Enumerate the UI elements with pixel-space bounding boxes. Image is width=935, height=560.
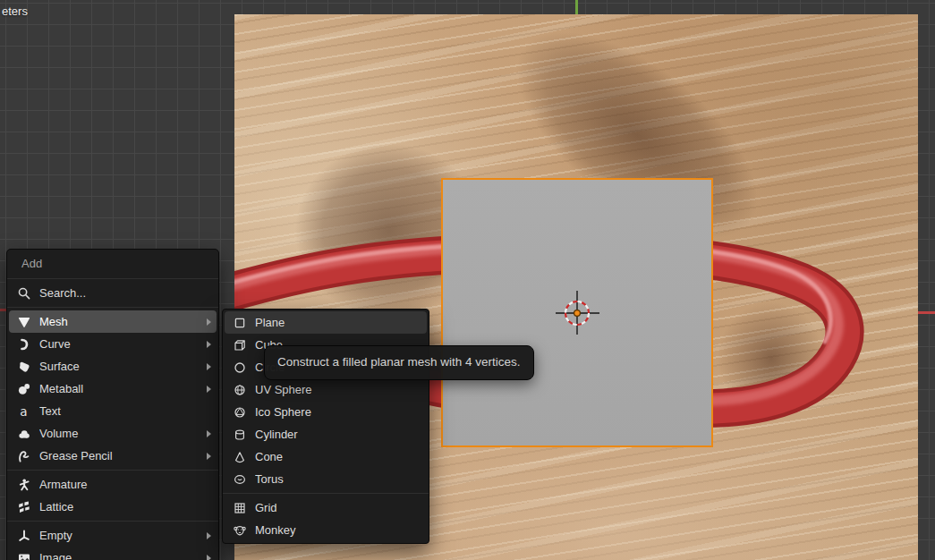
submenu-item-label: Cone: [255, 450, 421, 463]
x-axis-line-right: [918, 311, 935, 314]
submenu-arrow-icon: [207, 386, 211, 393]
submenu-arrow-icon: [207, 341, 211, 348]
menu-item-empty[interactable]: Empty: [9, 524, 217, 547]
menu-item-label: Search...: [39, 286, 199, 300]
submenu-arrow-icon: [207, 453, 211, 460]
menu-item-metaball[interactable]: Metaball: [9, 378, 217, 400]
submenu-item-cylinder[interactable]: Cylinder: [225, 423, 427, 445]
cone-icon: [232, 449, 247, 464]
submenu-item-torus[interactable]: Torus: [225, 468, 427, 490]
tooltip: Construct a filled planar mesh with 4 ve…: [264, 345, 534, 380]
surface-icon: [16, 359, 31, 374]
submenu-arrow-icon: [207, 555, 211, 560]
menu-item-text[interactable]: a Text: [9, 400, 217, 422]
menu-separator: [7, 278, 218, 279]
cylinder-icon: [232, 427, 247, 442]
menu-item-label: Empty: [39, 529, 199, 542]
submenu-item-plane[interactable]: Plane: [225, 311, 427, 334]
submenu-item-label: Cylinder: [255, 428, 421, 441]
monkey-icon: [232, 522, 247, 538]
menu-separator: [7, 470, 218, 471]
metaball-icon: [16, 381, 31, 396]
grease-pencil-icon: [16, 448, 31, 463]
submenu-arrow-icon: [207, 318, 211, 326]
menu-item-label: Text: [39, 404, 199, 418]
volume-icon: [16, 426, 31, 441]
submenu-item-label: Ico Sphere: [255, 405, 421, 419]
submenu-item-label: Torus: [255, 472, 421, 486]
submenu-item-monkey[interactable]: Monkey: [225, 519, 427, 541]
uv-sphere-icon: [232, 382, 247, 397]
add-menu: Add Search... Mesh Curve: [6, 249, 219, 560]
ico-sphere-icon: [232, 404, 247, 420]
menu-item-surface[interactable]: Surface: [9, 355, 217, 378]
menu-item-armature[interactable]: Armature: [9, 473, 217, 496]
torus-icon: [232, 471, 247, 487]
menu-item-curve[interactable]: Curve: [9, 333, 217, 355]
menu-item-label: Surface: [39, 360, 199, 373]
menu-item-lattice[interactable]: Lattice: [9, 496, 217, 518]
menu-item-search[interactable]: Search...: [9, 282, 217, 304]
3d-cursor: [550, 286, 604, 340]
grid-icon: [232, 500, 247, 515]
plane-icon: [232, 315, 247, 330]
circle-icon: [232, 360, 247, 375]
x-axis-line-left: [0, 309, 6, 311]
menu-item-label: Lattice: [39, 500, 199, 513]
menu-item-grease-pencil[interactable]: Grease Pencil: [9, 445, 217, 467]
text-icon: a: [16, 403, 31, 419]
menu-item-label: Grease Pencil: [39, 449, 199, 462]
menu-item-mesh[interactable]: Mesh: [9, 310, 217, 333]
menu-item-label: Mesh: [39, 315, 199, 328]
blender-window: eters Add Search...: [0, 0, 935, 560]
empty-axes-icon: [16, 528, 31, 543]
menu-item-label: Curve: [39, 337, 199, 351]
menu-separator: [223, 493, 429, 494]
submenu-item-label: Monkey: [255, 523, 421, 537]
y-axis-line: [575, 0, 578, 15]
menu-item-label: Metaball: [39, 382, 199, 395]
submenu-item-uv-sphere[interactable]: UV Sphere: [225, 378, 427, 401]
submenu-arrow-icon: [207, 532, 211, 539]
submenu-arrow-icon: [207, 363, 211, 370]
submenu-item-label: UV Sphere: [255, 383, 421, 396]
submenu-item-cone[interactable]: Cone: [225, 445, 427, 468]
mesh-submenu: Plane Cube Circle UV Sphere Ico Sphere: [222, 309, 429, 544]
menu-separator: [7, 307, 218, 308]
menu-item-label: Image: [39, 551, 199, 560]
curve-icon: [16, 336, 31, 352]
armature-icon: [16, 477, 31, 492]
viewport-overlay-text: eters: [2, 4, 28, 18]
menu-item-label: Volume: [39, 427, 199, 440]
menu-separator: [7, 521, 218, 522]
search-icon: [16, 285, 31, 301]
menu-item-label: Armature: [39, 478, 199, 491]
svg-text:a: a: [20, 404, 27, 419]
menu-item-volume[interactable]: Volume: [9, 422, 217, 445]
menu-item-image[interactable]: Image: [9, 547, 217, 560]
lattice-icon: [16, 499, 31, 514]
add-menu-title: Add: [7, 250, 218, 276]
submenu-item-ico-sphere[interactable]: Ico Sphere: [225, 401, 427, 423]
submenu-item-label: Grid: [255, 501, 421, 514]
cube-icon: [232, 337, 247, 352]
image-icon: [16, 550, 31, 560]
submenu-item-grid[interactable]: Grid: [225, 496, 427, 519]
mesh-icon: [16, 314, 31, 329]
submenu-arrow-icon: [207, 430, 211, 437]
submenu-item-label: Plane: [255, 316, 421, 329]
